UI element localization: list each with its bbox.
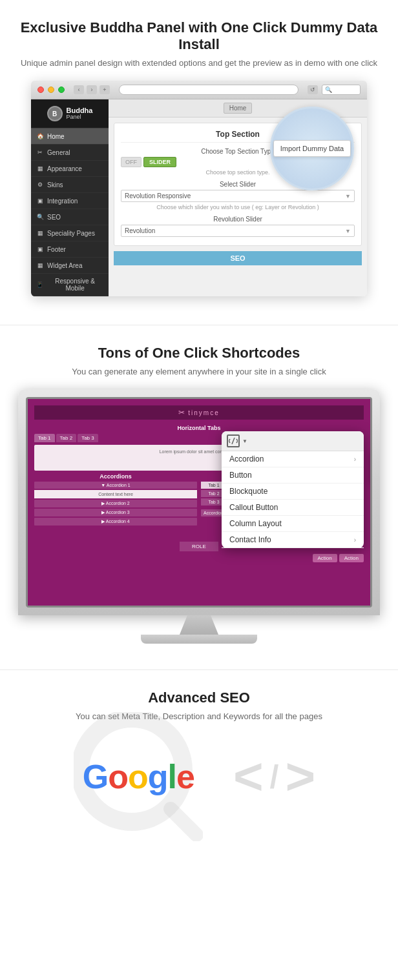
section1-title: Exclusive Buddha Panel with One Click Du… bbox=[13, 19, 385, 53]
import-circle: Import Dummy Data bbox=[270, 107, 354, 190]
accordion-label: Accordion bbox=[229, 454, 264, 464]
sidebar-item-footer[interactable]: ▣ Footer bbox=[31, 241, 109, 258]
toggle-off-btn[interactable]: OFF bbox=[121, 157, 141, 167]
footer-icon: ▣ bbox=[36, 245, 44, 253]
appearance-icon: ▦ bbox=[36, 165, 44, 172]
popup-dropdown-arrow-icon[interactable]: ▼ bbox=[242, 438, 247, 444]
monitor-stand bbox=[180, 615, 218, 635]
admin-sidebar: B Buddha Panel 🏠 Home bbox=[31, 99, 109, 296]
sidebar-item-integration[interactable]: ▣ Integration bbox=[31, 193, 109, 209]
menu-item-button[interactable]: Button bbox=[222, 467, 364, 484]
monitor-screen: ✂ tinymce Horizontal Tabs Tab 1 Tab 2 Ta… bbox=[26, 397, 372, 607]
section-seo: Advanced SEO You can set Meta Title, Des… bbox=[0, 670, 398, 845]
menu-item-blockquote[interactable]: Blockquote bbox=[222, 484, 364, 500]
section3-title: Advanced SEO bbox=[13, 689, 385, 706]
callout-label: Callout Button bbox=[229, 503, 278, 512]
section2-subtitle: You can generate any element anywhere in… bbox=[13, 367, 385, 376]
speciality-icon: ▦ bbox=[36, 229, 44, 237]
blockquote-label: Blockquote bbox=[229, 487, 267, 496]
skins-icon: ⚙ bbox=[36, 181, 44, 189]
accordion-submenu: Default Framed bbox=[370, 451, 372, 484]
google-logo: Google bbox=[83, 757, 194, 796]
browser-refresh-btn[interactable]: ↺ bbox=[308, 85, 318, 94]
menu-item-accordion[interactable]: Accordion › Default Framed bbox=[222, 451, 364, 467]
screen-tab-3[interactable]: Tab 3 bbox=[78, 434, 98, 442]
code-brackets: < / > bbox=[233, 747, 315, 806]
import-dummy-data-button[interactable]: Import Dummy Data bbox=[273, 140, 351, 157]
sidebar-item-home[interactable]: 🏠 Home bbox=[31, 128, 109, 145]
section2-title: Tons of One Click Shortcodes bbox=[13, 345, 385, 362]
menu-item-contact-info[interactable]: Contact Info › bbox=[222, 532, 364, 548]
browser-maximize-dot[interactable] bbox=[58, 87, 65, 93]
accordion-item-3[interactable]: ▶ Accordion 3 bbox=[34, 509, 197, 516]
close-bracket-icon: > bbox=[286, 747, 316, 806]
browser-back-btn[interactable]: ‹ bbox=[74, 85, 84, 94]
google-o1: o bbox=[108, 758, 128, 795]
monitor-body: ✂ tinymce Horizontal Tabs Tab 1 Tab 2 Ta… bbox=[18, 389, 380, 615]
google-g2: g bbox=[148, 758, 168, 795]
seo-icon: 🔍 bbox=[36, 213, 44, 221]
menu-item-callout[interactable]: Callout Button bbox=[222, 500, 364, 516]
action-btn-2[interactable]: Action bbox=[339, 554, 364, 562]
google-l: l bbox=[168, 758, 176, 795]
browser-address-bar[interactable] bbox=[119, 85, 298, 95]
sidebar-item-speciality[interactable]: ▦ Speciality Pages bbox=[31, 225, 109, 241]
revolution-label: Revolution Slider bbox=[121, 216, 355, 223]
import-bubble: Import Dummy Data bbox=[270, 107, 354, 190]
general-icon: ✂ bbox=[36, 148, 44, 156]
browser-forward-btn[interactable]: › bbox=[87, 85, 97, 94]
select-slider-dropdown[interactable]: Revolution Responsive ▼ bbox=[121, 190, 355, 202]
browser-minimize-dot[interactable] bbox=[48, 87, 54, 93]
action-btn-1[interactable]: Action bbox=[313, 554, 337, 562]
sidebar-item-skins-label: Skins bbox=[47, 181, 63, 189]
accordion-item-4[interactable]: ▶ Accordion 4 bbox=[34, 518, 197, 526]
submenu-default[interactable]: Default bbox=[370, 451, 372, 467]
sidebar-item-appearance-label: Appearance bbox=[47, 165, 82, 172]
slash-icon: / bbox=[270, 758, 279, 795]
accordion-item-1[interactable]: ▼ Accordion 1 bbox=[34, 482, 197, 489]
sidebar-item-general[interactable]: ✂ General bbox=[31, 145, 109, 161]
integration-icon: ▣ bbox=[36, 197, 44, 205]
sidebar-item-seo[interactable]: 🔍 SEO bbox=[31, 209, 109, 225]
screen-tab-1[interactable]: Tab 1 bbox=[34, 434, 55, 442]
sidebar-item-skins[interactable]: ⚙ Skins bbox=[31, 177, 109, 193]
svg-line-0 bbox=[232, 438, 235, 444]
column-layout-label: Column Layout bbox=[229, 519, 282, 528]
menu-item-column-layout[interactable]: Column Layout bbox=[222, 516, 364, 532]
sidebar-item-speciality-label: Speciality Pages bbox=[47, 230, 95, 237]
sidebar-item-appearance[interactable]: ▦ Appearance bbox=[31, 161, 109, 177]
sidebar-item-integration-label: Integration bbox=[47, 198, 78, 205]
sidebar-item-responsive[interactable]: 📱 Responsive & Mobile bbox=[31, 274, 109, 296]
monitor-toolbar: ✂ tinymce bbox=[34, 405, 364, 420]
open-bracket-icon: < bbox=[233, 747, 264, 806]
seo-bar: SEO bbox=[114, 251, 362, 265]
horizontal-tabs-title: Horizontal Tabs bbox=[34, 425, 364, 431]
revolution-dropdown[interactable]: Revolution ▼ bbox=[121, 225, 355, 237]
sidebar-item-home-label: Home bbox=[47, 133, 65, 140]
browser-search-bar[interactable]: 🔍 bbox=[322, 85, 361, 95]
browser-close-dot[interactable] bbox=[37, 87, 44, 93]
submenu-framed[interactable]: Framed bbox=[370, 467, 372, 484]
screen-tab-2[interactable]: Tab 2 bbox=[56, 434, 77, 442]
home-icon: 🏠 bbox=[36, 132, 44, 140]
browser-new-tab-btn[interactable]: + bbox=[100, 85, 110, 94]
role-label: ROLE bbox=[180, 542, 218, 551]
shortcode-tool-icon bbox=[227, 434, 240, 447]
monitor-base bbox=[141, 635, 257, 644]
sidebar-item-general-label: General bbox=[47, 149, 70, 156]
button-label: Button bbox=[229, 471, 252, 480]
accordion-chevron-icon: › bbox=[354, 456, 356, 463]
accordion-item-2[interactable]: ▶ Accordion 2 bbox=[34, 500, 197, 507]
contact-info-chevron-icon: › bbox=[354, 536, 356, 544]
google-g: G bbox=[83, 758, 108, 795]
sidebar-item-widget[interactable]: ▦ Widget Area bbox=[31, 258, 109, 274]
section1-subtitle: Unique admin panel design with extended … bbox=[13, 58, 385, 68]
toggle-on-btn[interactable]: SLIDER bbox=[143, 157, 176, 167]
breadcrumb-home[interactable]: Home bbox=[224, 103, 253, 114]
revolution-arrow-icon: ▼ bbox=[345, 228, 351, 234]
section-buddha-panel: Exclusive Buddha Panel with One Click Du… bbox=[0, 0, 398, 325]
google-e: e bbox=[176, 758, 194, 795]
accordions-title: Accordions bbox=[34, 473, 197, 480]
screen-accordions: ▼ Accordion 1 Content text here ▶ Accord… bbox=[34, 482, 197, 526]
toolbar-title: tinymce bbox=[188, 409, 219, 416]
